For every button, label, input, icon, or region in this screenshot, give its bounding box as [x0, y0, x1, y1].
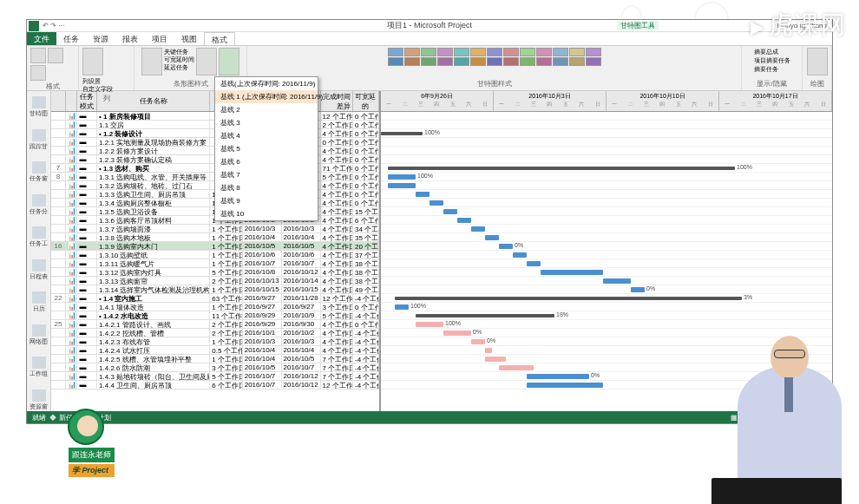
- table-row[interactable]: 22📊▬• 1.4 室内施工63 个工作日2016/9/272016/11/28…: [51, 294, 379, 303]
- gantt-bar[interactable]: [485, 348, 492, 353]
- summary-tasks-checkbox[interactable]: 摘要任务: [754, 65, 790, 74]
- table-row[interactable]: 📊▬ 1.4.2.3 布线布管1 个工作日2016/10/32016/10/34…: [51, 337, 379, 346]
- gantt-bar[interactable]: [485, 357, 506, 362]
- tab-view[interactable]: 视图: [174, 32, 204, 45]
- col-slack[interactable]: 可宽延的: [353, 91, 379, 111]
- custom-field-button[interactable]: 自定义字段: [82, 85, 113, 93]
- gantt-bar[interactable]: [381, 132, 423, 135]
- tab-task[interactable]: 任务: [56, 32, 86, 45]
- baseline-option-7[interactable]: 基线 7: [215, 168, 318, 181]
- table-row[interactable]: 📊▬ 1.3.11 选购暖气片1 个工作日2016/10/72016/10/74…: [51, 259, 379, 268]
- sidebar-view-7[interactable]: 网络图: [30, 324, 49, 347]
- insert-column-icon[interactable]: [82, 48, 103, 75]
- gantt-bar[interactable]: [527, 261, 541, 266]
- table-row[interactable]: 📊▬ 1.4.3 贴地砖墙砖（阳台、卫生间及厨房）5 个工作日2016/10/7…: [51, 372, 379, 381]
- gantt-bar[interactable]: [485, 235, 499, 240]
- gantt-bar[interactable]: [416, 192, 430, 197]
- baseline-option-5[interactable]: 基线 5: [215, 142, 318, 155]
- tab-report[interactable]: 报表: [115, 32, 145, 45]
- baseline-option-9[interactable]: 基线 9: [215, 194, 318, 207]
- gantt-bar[interactable]: [471, 339, 485, 344]
- table-row[interactable]: 📊▬ 1.4.2.5 线槽、水管填埋补平整1 个工作日2016/10/42016…: [51, 355, 379, 363]
- gantt-bar[interactable]: [527, 374, 589, 379]
- user-name[interactable]: Lianyong Zhang: [777, 22, 827, 29]
- baseline-option-0[interactable]: 基线(上次保存时间: 2016/11/9): [215, 77, 318, 90]
- drawing-icon[interactable]: [807, 48, 828, 75]
- critical-tasks-checkbox[interactable]: 关键任务: [164, 48, 194, 56]
- slack-checkbox[interactable]: 可宽延时间: [164, 56, 194, 63]
- late-tasks-checkbox[interactable]: 延迟任务: [164, 63, 194, 71]
- gantt-bar[interactable]: [416, 314, 554, 317]
- sidebar-view-2[interactable]: 任务窗: [30, 161, 49, 184]
- baseline-option-10[interactable]: 基线 10: [215, 207, 318, 220]
- sidebar-view-3[interactable]: 任务分: [30, 194, 49, 217]
- gantt-bar[interactable]: [430, 200, 443, 206]
- gantt-bar[interactable]: [499, 365, 534, 370]
- baseline-option-1[interactable]: 基线 1 (上次保存时间: 2016/11/9): [215, 90, 318, 103]
- gantt-bar[interactable]: [388, 174, 416, 180]
- table-row[interactable]: 📊▬ 1.4.2.2 挖线槽、管槽2 个工作日2016/10/12016/10/…: [51, 329, 379, 337]
- table-row[interactable]: 📊▬ 1.3.7 选购墙面漆1 个工作日2016/10/32016/10/34 …: [51, 225, 379, 233]
- gantt-bar[interactable]: [395, 297, 742, 300]
- col-mode[interactable]: 任务模式: [77, 91, 97, 111]
- layout-icon[interactable]: [30, 65, 46, 81]
- gantt-bar[interactable]: [471, 226, 485, 232]
- tab-file[interactable]: 文件: [27, 32, 56, 45]
- timescale-week: 2016年10月17日一二三四五六日: [719, 91, 832, 111]
- baseline-option-3[interactable]: 基线 3: [215, 116, 318, 129]
- sidebar-view-8[interactable]: 工作组: [30, 357, 49, 379]
- task-path-icon[interactable]: [196, 48, 217, 75]
- gantt-bar[interactable]: [416, 322, 443, 327]
- table-row[interactable]: 📊▬ 1.3.8 选购木地板1 个工作日2016/10/42016/10/44 …: [51, 233, 379, 242]
- baseline-button[interactable]: [219, 48, 239, 75]
- tab-project[interactable]: 项目: [145, 32, 174, 45]
- table-row[interactable]: 📊▬ 1.3.12 选购室内灯具5 个工作日2016/10/82016/10/1…: [51, 268, 379, 277]
- table-row[interactable]: 📊▬ 1.3.14 选择室内气体检测及治理机构1 个工作日2016/10/152…: [51, 285, 379, 294]
- table-row[interactable]: 📊▬ 1.4.4 卫生间、厨房吊顶6 个工作日2016/10/72016/10/…: [51, 381, 379, 389]
- table-row[interactable]: 25📊▬ 1.4.2.1 管路设计、画线2 个工作日2016/9/292016/…: [51, 320, 379, 329]
- format-bars-icon[interactable]: [141, 48, 162, 75]
- gantt-bar[interactable]: [631, 287, 645, 292]
- baseline-dropdown-menu[interactable]: 基线(上次保存时间: 2016/11/9)基线 1 (上次保存时间: 2016/…: [214, 76, 318, 221]
- summary-rollup-checkbox[interactable]: 摘要总成: [754, 48, 790, 56]
- timescale-week: 2016年10月10日一二三四五六日: [607, 91, 719, 111]
- col-settings-button[interactable]: 列设置: [82, 77, 113, 85]
- sidebar-view-0[interactable]: 甘特图: [30, 96, 49, 119]
- tab-format[interactable]: 格式: [204, 32, 235, 45]
- table-row[interactable]: 16📊▬ 1.3.9 选购室内木门1 个工作日2016/10/52016/10/…: [51, 242, 379, 251]
- tab-resource[interactable]: 资源: [86, 32, 115, 45]
- gantt-style-gallery[interactable]: [388, 48, 601, 66]
- quick-access-toolbar[interactable]: ↶ ↷ ⋯: [43, 22, 65, 29]
- baseline-option-6[interactable]: 基线 6: [215, 155, 318, 168]
- gantt-bar[interactable]: [527, 383, 603, 388]
- gantt-bar[interactable]: [443, 209, 457, 214]
- table-row[interactable]: 📊▬ 1.3.10 选购壁纸1 个工作日2016/10/62016/10/64 …: [51, 251, 379, 259]
- gantt-bar[interactable]: [457, 218, 471, 223]
- gantt-bar[interactable]: [499, 244, 513, 249]
- baseline-option-8[interactable]: 基线 8: [215, 181, 318, 194]
- table-row[interactable]: 📊▬ 1.4.2.4 试水打压0.5 个工作日2016/10/42016/10/…: [51, 346, 379, 355]
- gantt-bar[interactable]: [541, 270, 603, 275]
- sidebar-view-5[interactable]: 日程表: [30, 259, 49, 282]
- gantt-bar[interactable]: [443, 331, 471, 336]
- gantt-bar[interactable]: [395, 304, 409, 310]
- sidebar-view-9[interactable]: 资源窗: [30, 389, 49, 412]
- gantt-bar[interactable]: [513, 252, 527, 258]
- project-summary-checkbox[interactable]: 项目摘要任务: [754, 56, 790, 65]
- col-task-name[interactable]: 任务名称: [97, 91, 210, 111]
- sidebar-view-4[interactable]: 任务工: [30, 226, 49, 249]
- gantt-bar[interactable]: [388, 183, 416, 188]
- gridlines-icon[interactable]: [48, 48, 63, 63]
- baseline-option-4[interactable]: 基线 4: [215, 129, 318, 142]
- sidebar-view-1[interactable]: 跟踪甘: [30, 129, 49, 152]
- gantt-bar[interactable]: [388, 167, 735, 170]
- baseline-option-2[interactable]: 基线 2: [215, 103, 318, 116]
- table-row[interactable]: 📊▬ 1.3.13 选购窗帘2 个工作日2016/10/132016/10/14…: [51, 277, 379, 285]
- table-row[interactable]: 📊▬ 1.4.2.6 防水防潮3 个工作日2016/10/52016/10/77…: [51, 363, 379, 372]
- table-row[interactable]: 📊▬ 1.4.1 墙体改造1 个工作日2016/9/272016/9/273 个…: [51, 303, 379, 311]
- gantt-bar[interactable]: [603, 278, 631, 284]
- sidebar-view-6[interactable]: 日历: [30, 291, 49, 314]
- text-style-icon[interactable]: [30, 48, 46, 63]
- table-row[interactable]: 📊▬ • 1.4.2 水电改造11 个工作日2016/9/292016/10/9…: [51, 311, 379, 320]
- col-variance[interactable]: 完成时间差异: [321, 91, 353, 111]
